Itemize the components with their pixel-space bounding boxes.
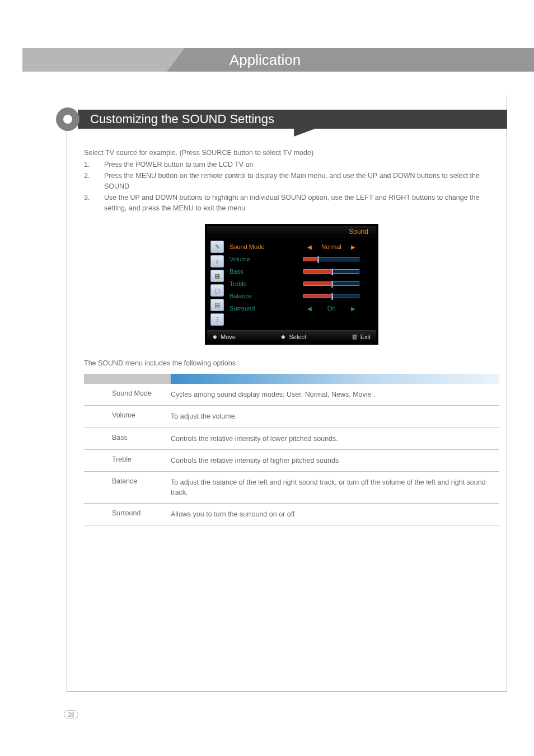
section-underline xyxy=(310,128,507,129)
section-header: Customizing the SOUND Settings xyxy=(78,110,507,129)
footer-select: Select xyxy=(289,334,306,340)
footer-exit: Exit xyxy=(360,334,371,340)
osd-row-balance: Balance xyxy=(229,290,373,302)
table-row: Balance To adjust the balance of the lef… xyxy=(84,472,499,504)
channel-icon: ▦ xyxy=(210,270,224,282)
step-text: Press the MENU button on the remote cont… xyxy=(104,171,499,192)
osd-panel: Sound ✎ ♪ ▦ ▢ ▤ ⋮ Sound Mode ◀ Normal xyxy=(205,224,378,345)
osd-row-bass: Bass xyxy=(229,265,373,278)
option-name: Balance xyxy=(84,477,171,497)
osd-body: ✎ ♪ ▦ ▢ ▤ ⋮ Sound Mode ◀ Normal ▶ xyxy=(207,237,376,330)
treble-slider xyxy=(303,281,359,286)
sound-icon: ♪ xyxy=(210,255,224,267)
step-3: 3. Use the UP and DOWN buttons to highli… xyxy=(84,192,499,214)
footer-move: Move xyxy=(221,334,236,340)
step-number: 1. xyxy=(84,159,104,170)
options-intro: The SOUND menu includes the following op… xyxy=(84,359,499,367)
options-table-head xyxy=(84,374,499,384)
osd-label: Balance xyxy=(229,293,285,299)
osd-title: Sound xyxy=(207,226,376,237)
step-number: 3. xyxy=(84,192,104,214)
info-icon: ⋮ xyxy=(210,313,224,326)
screen-icon: ▢ xyxy=(210,284,224,297)
section-title: Customizing the SOUND Settings xyxy=(90,112,274,126)
options-table: Sound Mode Cycles among sound display mo… xyxy=(84,374,499,525)
option-name: Sound Mode xyxy=(84,389,171,400)
move-icon: ◆ xyxy=(213,334,217,340)
step-1: 1. Press the POWER button to turn the LC… xyxy=(84,159,499,170)
arrow-right-icon: ▶ xyxy=(351,306,355,312)
osd-value: Normal xyxy=(317,243,345,250)
osd-label: Surround xyxy=(229,305,285,312)
exit-icon: ▥ xyxy=(352,334,357,340)
table-row: Surround Allows you to turn the surround… xyxy=(84,504,499,525)
table-row: Volume To adjust the volume. xyxy=(84,406,499,428)
option-desc: To adjust the balance of the left and ri… xyxy=(171,477,499,497)
table-row: Bass Controls the relative intensity of … xyxy=(84,428,499,450)
steps-list: 1. Press the POWER button to turn the LC… xyxy=(84,159,499,214)
arrow-left-icon: ◀ xyxy=(307,244,312,250)
osd-label: Volume xyxy=(229,256,285,262)
intro-text: Select TV source for example. (Press SOU… xyxy=(84,148,499,158)
osd-value: On xyxy=(317,305,345,312)
option-name: Treble xyxy=(84,456,171,466)
osd-screenshot: Sound ✎ ♪ ▦ ▢ ▤ ⋮ Sound Mode ◀ Normal xyxy=(205,224,378,345)
step-2: 2. Press the MENU button on the remote c… xyxy=(84,171,499,192)
arrow-right-icon: ▶ xyxy=(351,244,355,250)
osd-label: Bass xyxy=(229,268,285,275)
osd-row-sound-mode: Sound Mode ◀ Normal ▶ xyxy=(229,241,373,253)
option-desc: Allows you to turn the surround on or of… xyxy=(171,509,499,519)
step-number: 2. xyxy=(84,171,104,192)
header-bar-inner: Application xyxy=(185,48,534,72)
step-text: Press the POWER button to turn the LCD T… xyxy=(104,159,499,170)
select-icon: ◆ xyxy=(281,334,285,340)
page-title: Application xyxy=(229,51,301,69)
osd-label: Sound Mode xyxy=(229,243,285,250)
bass-slider xyxy=(303,269,359,274)
balance-slider xyxy=(303,294,359,298)
option-desc: Cycles among sound display modes: User, … xyxy=(171,389,499,400)
table-row: Treble Controls the relative intensity o… xyxy=(84,450,499,472)
osd-row-surround: Surround ◀ On ▶ xyxy=(229,302,373,314)
section-wedge xyxy=(294,129,315,137)
section-bullet-hole xyxy=(63,115,72,124)
step-text: Use the UP and DOWN buttons to highlight… xyxy=(104,192,499,214)
option-desc: Controls the relative intensity of highe… xyxy=(171,456,499,466)
osd-rows: Sound Mode ◀ Normal ▶ Volume xyxy=(229,241,373,326)
table-row: Sound Mode Cycles among sound display mo… xyxy=(84,384,499,406)
section-bullet xyxy=(56,107,79,131)
osd-category-icons: ✎ ♪ ▦ ▢ ▤ ⋮ xyxy=(210,241,225,326)
option-name: Volume xyxy=(84,411,171,421)
option-desc: Controls the relative intensity of lower… xyxy=(171,434,499,444)
setup-icon: ▤ xyxy=(210,299,224,311)
header-bar: Application xyxy=(22,48,534,72)
option-name: Surround xyxy=(84,509,171,519)
osd-footer: ◆Move ◆Select ▥Exit xyxy=(207,330,376,342)
osd-row-treble: Treble xyxy=(229,278,373,290)
picture-icon: ✎ xyxy=(210,241,224,253)
osd-label: Treble xyxy=(229,280,285,287)
page-number: 28 xyxy=(64,710,78,719)
osd-row-volume: Volume xyxy=(229,253,373,265)
volume-slider xyxy=(303,257,359,261)
content-area: Select TV source for example. (Press SOU… xyxy=(84,148,499,525)
arrow-left-icon: ◀ xyxy=(307,306,312,312)
option-name: Bass xyxy=(84,434,171,444)
option-desc: To adjust the volume. xyxy=(171,411,499,421)
